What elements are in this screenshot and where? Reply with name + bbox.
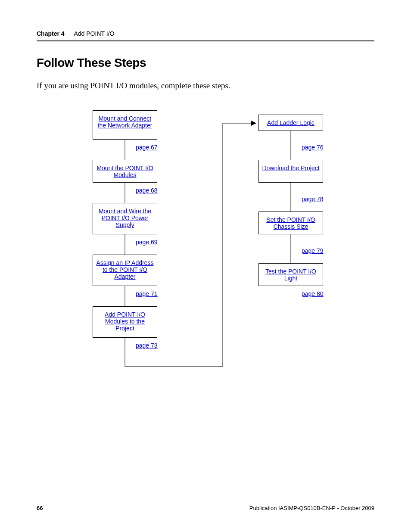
intro-text: If you are using POINT I/O modules, comp… — [37, 81, 230, 90]
step-link[interactable]: Mount and Wire the POINT I/O Power Suppl… — [99, 208, 151, 228]
step-link[interactable]: Download the Project — [262, 165, 319, 171]
section-heading: Follow These Steps — [37, 56, 146, 70]
step-box: Add Ladder Logic — [258, 115, 323, 131]
chapter-label: Chapter 4 — [37, 30, 65, 37]
page-header: Chapter 4 Add POINT I/O — [37, 30, 374, 41]
step-link[interactable]: Add Ladder Logic — [267, 119, 314, 126]
page-ref: page 73 — [136, 342, 158, 349]
step-link[interactable]: Mount the POINT I/O Modules — [97, 165, 153, 178]
page-link[interactable]: page 71 — [136, 290, 158, 297]
page-ref: page 67 — [136, 144, 158, 151]
page-ref: page 76 — [302, 144, 324, 151]
page-ref: page 78 — [302, 196, 324, 202]
step-box: Download the Project — [258, 160, 323, 183]
step-box: Mount and Wire the POINT I/O Power Suppl… — [93, 203, 157, 234]
step-link[interactable]: Add POINT I/O Modules to the Project — [105, 311, 145, 332]
step-box: Test the POINT I/O Light — [258, 263, 323, 286]
page-link[interactable]: page 76 — [302, 144, 324, 151]
page-link[interactable]: page 69 — [136, 239, 158, 246]
step-link[interactable]: Assign an IP Address to the POINT I/O Ad… — [97, 259, 154, 280]
page-ref: page 68 — [136, 187, 158, 194]
page-link[interactable]: page 80 — [302, 290, 324, 297]
step-link[interactable]: Test the POINT I/O Light — [265, 268, 316, 282]
page-link[interactable]: page 68 — [136, 187, 158, 194]
step-link[interactable]: Set the POINT I/O Chassis Size — [266, 216, 315, 230]
page-ref: page 79 — [302, 247, 324, 254]
step-box: Assign an IP Address to the POINT I/O Ad… — [93, 255, 157, 286]
chapter-title: Add POINT I/O — [74, 30, 114, 37]
page-ref: page 80 — [302, 290, 324, 297]
step-box: Set the POINT I/O Chassis Size — [258, 212, 323, 234]
step-box: Mount the POINT I/O Modules — [93, 160, 157, 183]
page-ref: page 71 — [136, 290, 158, 297]
flowchart: Mount and Connect the Network Adapter pa… — [37, 110, 374, 377]
page-ref: page 69 — [136, 239, 158, 246]
step-box: Add POINT I/O Modules to the Project — [93, 306, 157, 338]
svg-marker-8 — [251, 121, 256, 126]
page-number: 66 — [37, 505, 43, 511]
page-link[interactable]: page 67 — [136, 144, 158, 151]
publication-info: Publication IASIMP-QS010B-EN-P - October… — [249, 505, 374, 511]
page-link[interactable]: page 79 — [302, 247, 324, 254]
step-link[interactable]: Mount and Connect the Network Adapter — [98, 115, 153, 129]
step-box: Mount and Connect the Network Adapter — [93, 110, 157, 140]
page-link[interactable]: page 78 — [302, 196, 324, 202]
page-link[interactable]: page 73 — [136, 342, 158, 349]
flow-connectors — [37, 110, 374, 377]
